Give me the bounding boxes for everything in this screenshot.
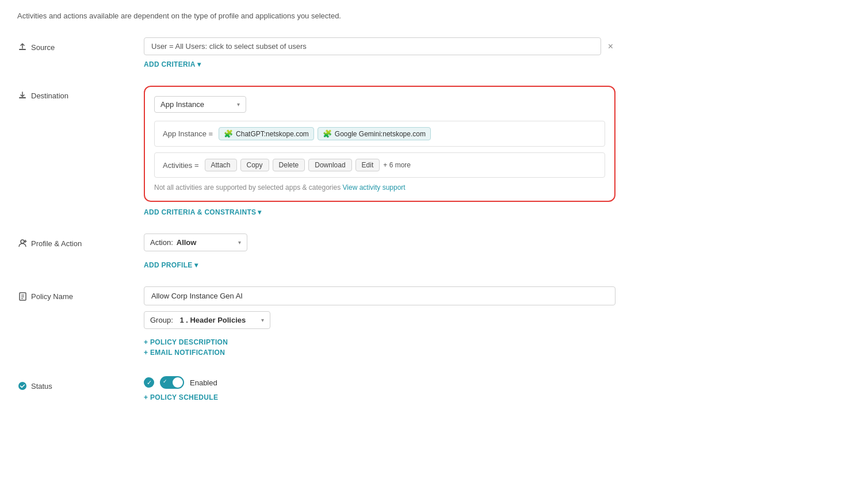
policy-name-content: Group: 1 . Header Policies ▾ + POLICY DE…	[144, 286, 615, 359]
status-label: Status	[17, 376, 144, 391]
person-icon	[17, 238, 28, 248]
policy-name-label-text: Policy Name	[31, 292, 73, 301]
download-icon	[17, 90, 28, 101]
group-chevron-icon: ▾	[261, 317, 264, 323]
status-section: Status ✓ Enabled + POLICY SCHEDULE	[17, 376, 851, 404]
svg-point-2	[21, 240, 24, 243]
not-all-activities-note: Not all activities are supported by sele…	[154, 183, 605, 192]
policy-description-link[interactable]: + POLICY DESCRIPTION	[144, 338, 615, 346]
destination-label: Destination	[17, 86, 144, 101]
destination-section: Destination App Instance ▾ App Instance …	[17, 86, 851, 216]
destination-box: App Instance ▾ App Instance = 🧩 ChatGPT:…	[144, 86, 615, 202]
toggle-knob	[173, 377, 183, 388]
gemini-icon: 🧩	[323, 129, 332, 138]
delete-tag[interactable]: Delete	[273, 159, 305, 171]
destination-content: App Instance ▾ App Instance = 🧩 ChatGPT:…	[144, 86, 615, 216]
app-instance-label: App Instance =	[163, 129, 213, 138]
toggle-row: ✓ Enabled	[144, 376, 615, 389]
policy-name-section: Policy Name Group: 1 . Header Policies ▾…	[17, 286, 851, 359]
chatgpt-icon: 🧩	[224, 129, 233, 138]
status-icon	[17, 381, 28, 391]
source-label: Source	[17, 37, 144, 52]
status-label-text: Status	[31, 382, 52, 391]
add-criteria-link[interactable]: ADD CRITERIA ▾	[144, 60, 201, 68]
add-criteria-constraints-link[interactable]: ADD CRITERIA & CONSTRAINTS ▾	[144, 208, 262, 216]
add-profile-link[interactable]: ADD PROFILE ▾	[144, 261, 198, 269]
activities-criteria-row: Activities = Attach Copy Delete Download…	[154, 152, 605, 178]
view-activity-support-link[interactable]: View activity support	[343, 183, 406, 192]
chevron-down-icon: ▾	[237, 101, 240, 108]
copy-tag[interactable]: Copy	[240, 159, 269, 171]
source-label-text: Source	[31, 43, 55, 52]
more-activities[interactable]: + 6 more	[383, 161, 411, 169]
attach-tag[interactable]: Attach	[205, 159, 237, 171]
activities-label: Activities =	[163, 161, 199, 170]
doc-icon	[17, 291, 28, 301]
download-tag[interactable]: Download	[308, 159, 351, 171]
source-content: User = All Users: click to select subset…	[144, 37, 615, 68]
status-content: ✓ Enabled + POLICY SCHEDULE	[144, 376, 615, 404]
profile-action-label-text: Profile & Action	[31, 239, 82, 248]
chatgpt-tag[interactable]: 🧩 ChatGPT:netskope.com	[219, 127, 314, 140]
action-dropdown[interactable]: Action: Allow ▾	[144, 234, 247, 251]
svg-rect-1	[19, 97, 26, 98]
destination-label-text: Destination	[31, 91, 68, 100]
email-notification-link[interactable]: + EMAIL NOTIFICATION	[144, 349, 615, 357]
enabled-label: Enabled	[190, 378, 217, 387]
edit-tag[interactable]: Edit	[355, 159, 380, 171]
svg-rect-0	[19, 49, 26, 50]
source-input-row: User = All Users: click to select subset…	[144, 37, 615, 55]
page-description: Activities and actions available are dep…	[17, 12, 851, 20]
profile-action-label: Profile & Action	[17, 234, 144, 248]
gemini-tag[interactable]: 🧩 Google Gemini:netskope.com	[318, 127, 431, 140]
status-toggle[interactable]	[160, 376, 184, 389]
toggle-check-icon: ✓	[144, 377, 154, 388]
policy-schedule-link[interactable]: + POLICY SCHEDULE	[144, 393, 615, 401]
clear-user-button[interactable]: ×	[606, 39, 615, 54]
policy-name-label: Policy Name	[17, 286, 144, 301]
user-input[interactable]: User = All Users: click to select subset…	[144, 37, 601, 55]
profile-action-content: Action: Allow ▾ ADD PROFILE ▾	[144, 234, 615, 269]
profile-action-section: Profile & Action Action: Allow ▾ ADD PRO…	[17, 234, 851, 269]
source-section: Source User = All Users: click to select…	[17, 37, 851, 68]
app-instance-criteria-row: App Instance = 🧩 ChatGPT:netskope.com 🧩 …	[154, 121, 605, 147]
group-dropdown[interactable]: Group: 1 . Header Policies ▾	[144, 311, 270, 329]
policy-name-input[interactable]	[144, 286, 615, 305]
app-instance-dropdown[interactable]: App Instance ▾	[154, 96, 246, 113]
action-chevron-icon: ▾	[238, 239, 241, 246]
svg-point-9	[18, 382, 26, 390]
upload-icon	[17, 42, 28, 52]
